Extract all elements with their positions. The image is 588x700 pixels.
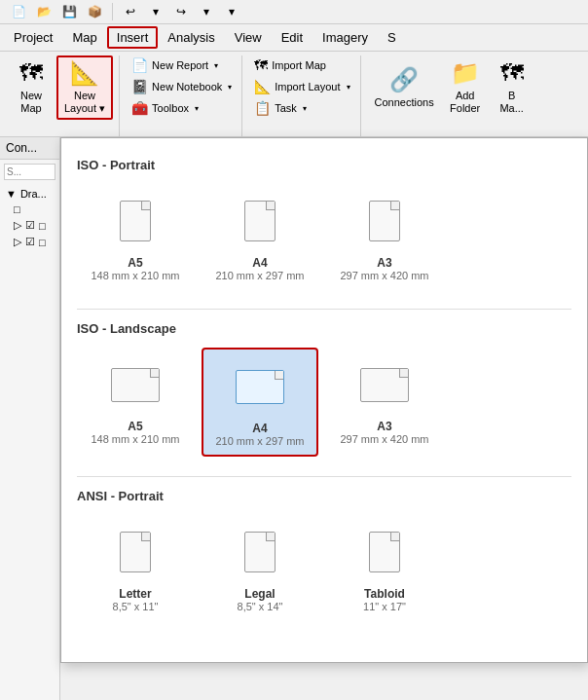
iso-portrait-a3-size: 297 mm x 420 mm bbox=[340, 270, 428, 281]
ribbon-group-content-insert: 📄 New Report ▾ 📓 New Notebook ▾ 🧰 Toolbo… bbox=[128, 55, 236, 136]
add-folder-icon: 📁 bbox=[451, 59, 480, 88]
iso-portrait-a5-size: 148 mm x 210 mm bbox=[91, 270, 179, 281]
iso-landscape-a3-size: 297 mm x 420 mm bbox=[340, 433, 428, 445]
ansi-portrait-tabloid-icon-wrap bbox=[360, 523, 409, 581]
more-icon[interactable]: ▾ bbox=[221, 1, 242, 22]
ansi-portrait-legal-size: 8,5" x 14" bbox=[238, 601, 283, 612]
new-layout-button[interactable]: 📐 NewLayout ▾ bbox=[56, 55, 113, 120]
menu-analysis[interactable]: Analysis bbox=[158, 26, 224, 49]
import-layout-label: Import Layout bbox=[275, 81, 340, 92]
undo-icon[interactable]: ↩ bbox=[120, 1, 141, 22]
task-arrow: ▾ bbox=[303, 104, 307, 113]
new-report-dropdown-arrow: ▾ bbox=[214, 61, 218, 70]
menu-imagery[interactable]: Imagery bbox=[312, 26, 378, 49]
connections-icon: 🔗 bbox=[389, 66, 419, 94]
toolbar-icons: 📄 📂 💾 📦 ↩ ▾ ↪ ▾ ▾ bbox=[8, 1, 242, 22]
panel-item-draw[interactable]: ▼ Dra... bbox=[2, 186, 57, 202]
iso-landscape-a3-icon-wrap bbox=[360, 355, 409, 414]
iso-landscape-a4-item[interactable]: A4 210 mm x 297 mm bbox=[202, 348, 318, 457]
menu-edit[interactable]: Edit bbox=[272, 26, 312, 49]
iso-portrait-a4-size: 210 mm x 297 mm bbox=[215, 270, 304, 281]
iso-portrait-a3-icon bbox=[369, 201, 400, 241]
iso-landscape-a5-item[interactable]: A5 148 mm x 210 mm bbox=[77, 348, 194, 457]
new-map-button[interactable]: 🗺 NewMap bbox=[10, 55, 53, 120]
new-report-label: New Report bbox=[152, 59, 208, 71]
layout-picker-dropdown: ISO - Portrait A5 148 mm x 210 mm A4 210… bbox=[60, 137, 588, 663]
ribbon: 🗺 NewMap 📐 NewLayout ▾ 📄 New Report ▾ 📓 … bbox=[0, 52, 588, 137]
ansi-portrait-letter-item[interactable]: Letter 8,5" x 11" bbox=[77, 515, 194, 620]
import-map-button[interactable]: 🗺 Import Map bbox=[250, 55, 353, 75]
b-map-icon: 🗺 bbox=[500, 59, 524, 88]
redo-arrow-icon[interactable]: ▾ bbox=[196, 1, 217, 22]
menu-project[interactable]: Project bbox=[4, 26, 62, 49]
menu-view[interactable]: View bbox=[225, 26, 272, 49]
menu-insert[interactable]: Insert bbox=[107, 26, 159, 49]
iso-landscape-a4-label: A4 bbox=[252, 422, 267, 435]
connections-button[interactable]: 🔗 Connections bbox=[369, 55, 440, 120]
iso-landscape-title: ISO - Landscape bbox=[77, 321, 571, 336]
iso-portrait-a3-item[interactable]: A3 297 mm x 420 mm bbox=[326, 184, 443, 289]
redo-icon[interactable]: ↪ bbox=[170, 1, 192, 22]
iso-landscape-a4-icon bbox=[236, 370, 284, 404]
ansi-portrait-tabloid-item[interactable]: Tabloid 11" x 17" bbox=[326, 515, 443, 620]
connections-label: Connections bbox=[375, 96, 434, 109]
ansi-portrait-grid: Letter 8,5" x 11" Legal 8,5" x 14" Tablo… bbox=[77, 515, 571, 620]
new-layout-dropdown-arrow: ▾ bbox=[99, 102, 105, 114]
iso-portrait-a3-label: A3 bbox=[377, 256, 391, 270]
iso-portrait-a4-icon bbox=[244, 201, 276, 241]
new-file-icon[interactable]: 📄 bbox=[8, 1, 29, 22]
add-folder-button[interactable]: 📁 AddFolder bbox=[444, 55, 487, 120]
iso-portrait-a5-item[interactable]: A5 148 mm x 210 mm bbox=[77, 184, 194, 289]
toolbox-button[interactable]: 🧰 Toolbox ▾ bbox=[128, 98, 236, 118]
toolbox-icon: 🧰 bbox=[131, 100, 148, 116]
import-map-icon: 🗺 bbox=[254, 57, 268, 73]
menu-map[interactable]: Map bbox=[62, 26, 106, 49]
ansi-portrait-letter-label: Letter bbox=[119, 587, 151, 601]
ansi-portrait-title: ANSI - Portrait bbox=[77, 489, 571, 503]
task-button[interactable]: 📋 Task ▾ bbox=[250, 98, 353, 118]
save-icon[interactable]: 💾 bbox=[58, 1, 80, 22]
iso-landscape-a3-item[interactable]: A3 297 mm x 420 mm bbox=[326, 348, 443, 457]
open-folder-icon[interactable]: 📂 bbox=[33, 1, 55, 22]
ansi-portrait-legal-label: Legal bbox=[244, 587, 275, 601]
task-icon: 📋 bbox=[254, 100, 271, 116]
ansi-portrait-legal-icon bbox=[244, 532, 276, 572]
iso-portrait-a4-item[interactable]: A4 210 mm x 297 mm bbox=[202, 184, 318, 289]
ribbon-group-import: 🗺 Import Map 📐 Import Layout ▾ 📋 Task ▾ bbox=[244, 55, 360, 136]
new-notebook-button[interactable]: 📓 New Notebook ▾ bbox=[128, 77, 236, 96]
draw-item-label: Dra... bbox=[20, 188, 47, 200]
item3-icon: □ bbox=[39, 237, 46, 248]
b-map-button[interactable]: 🗺 BMa... bbox=[491, 55, 533, 120]
divider-1 bbox=[77, 309, 571, 310]
panel-item-2[interactable]: ▷ ☑ □ bbox=[10, 217, 57, 234]
new-map-label: NewMap bbox=[20, 90, 42, 115]
menu-s[interactable]: S bbox=[378, 26, 406, 49]
search-input[interactable] bbox=[4, 164, 55, 180]
publish-icon[interactable]: 📦 bbox=[84, 1, 105, 22]
menu-bar: Project Map Insert Analysis View Edit Im… bbox=[0, 24, 588, 52]
iso-landscape-grid: A5 148 mm x 210 mm A4 210 mm x 297 mm A3… bbox=[77, 348, 571, 457]
toolbox-label: Toolbox bbox=[152, 102, 189, 114]
new-layout-label: NewLayout ▾ bbox=[64, 90, 105, 115]
new-report-button[interactable]: 📄 New Report ▾ bbox=[128, 55, 236, 75]
iso-landscape-a5-label: A5 bbox=[128, 420, 142, 433]
iso-portrait-a4-label: A4 bbox=[252, 256, 267, 270]
task-label: Task bbox=[275, 102, 297, 114]
iso-landscape-a5-size: 148 mm x 210 mm bbox=[91, 433, 179, 445]
iso-landscape-a3-icon bbox=[360, 368, 409, 402]
contents-tab[interactable]: Con... bbox=[0, 137, 59, 160]
ribbon-small-buttons: 📄 New Report ▾ 📓 New Notebook ▾ 🧰 Toolbo… bbox=[128, 55, 236, 118]
panel-item-1[interactable]: □ bbox=[10, 202, 57, 217]
undo-arrow-icon[interactable]: ▾ bbox=[145, 1, 166, 22]
ansi-portrait-letter-icon bbox=[120, 532, 151, 572]
panel-items: ▼ Dra... □ ▷ ☑ □ ▷ ☑ □ bbox=[0, 184, 59, 252]
iso-landscape-a4-size: 210 mm x 297 mm bbox=[215, 435, 304, 447]
ribbon-group-content-connections: 🔗 Connections 📁 AddFolder 🗺 BMa... bbox=[369, 55, 533, 136]
panel-item-3[interactable]: ▷ ☑ □ bbox=[10, 234, 57, 250]
import-layout-button[interactable]: 📐 Import Layout ▾ bbox=[250, 77, 353, 96]
new-report-icon: 📄 bbox=[131, 57, 148, 73]
import-layout-arrow: ▾ bbox=[347, 83, 350, 92]
item3-expand-icon: ▷ bbox=[14, 236, 21, 248]
iso-portrait-a4-icon-wrap bbox=[236, 192, 284, 250]
ansi-portrait-legal-item[interactable]: Legal 8,5" x 14" bbox=[202, 515, 318, 620]
